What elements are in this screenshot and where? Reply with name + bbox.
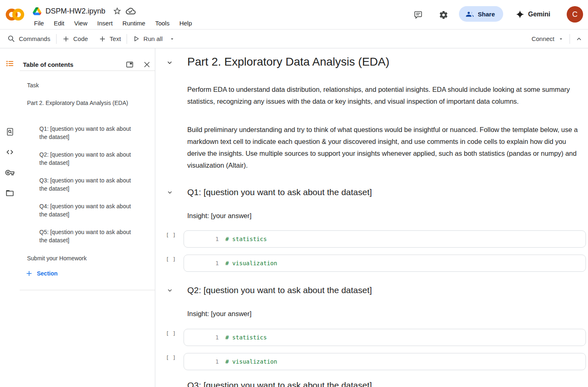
- line-number: 1: [208, 260, 219, 266]
- share-button[interactable]: Share: [459, 6, 503, 22]
- add-code-label: Code: [73, 35, 88, 42]
- cell-run-gutter[interactable]: [ ]: [166, 331, 176, 337]
- secrets-key-icon[interactable]: [5, 167, 15, 178]
- table-of-contents-icon[interactable]: [5, 58, 15, 69]
- account-avatar[interactable]: C: [567, 6, 583, 23]
- menu-bar: File Edit View Insert Runtime Tools Help: [33, 19, 197, 27]
- gemini-star-icon: [515, 10, 524, 19]
- colab-logo[interactable]: [6, 9, 25, 21]
- run-menu-dropdown[interactable]: [165, 34, 177, 43]
- menu-runtime[interactable]: Runtime: [118, 19, 150, 27]
- code-comment: # visualization: [225, 260, 277, 266]
- toc-item-submit[interactable]: Submit your Homework: [27, 254, 133, 262]
- insight-text: Insight: [your answer]: [187, 308, 584, 320]
- close-panel-icon[interactable]: [142, 59, 152, 69]
- commands-button[interactable]: Commands: [5, 33, 53, 44]
- code-cell-q1-visualization[interactable]: 1 # visualization: [184, 255, 586, 272]
- code-comment: # statistics: [225, 334, 267, 341]
- header: DSPM-HW2.ipynb File Edit View Insert Run…: [0, 0, 588, 30]
- share-button-label: Share: [478, 11, 495, 18]
- insight-text: Insight: [your answer]: [187, 210, 584, 222]
- menu-help[interactable]: Help: [175, 19, 197, 27]
- notebook-content: Part 2. Exploratory Data Analysis (EDA) …: [155, 48, 588, 387]
- toolbar-separator: [570, 34, 570, 44]
- colab-app: DSPM-HW2.ipynb File Edit View Insert Run…: [0, 0, 588, 387]
- toolbar-separator: [56, 34, 57, 44]
- collapse-header-button[interactable]: [573, 34, 585, 44]
- question-heading-q1: Q1: [question you want to ask about the …: [187, 187, 372, 198]
- code-comment: # statistics: [225, 236, 267, 242]
- run-all-button[interactable]: Run all: [130, 34, 165, 44]
- caret-up-icon: [576, 36, 582, 42]
- share-people-icon: [465, 10, 474, 18]
- question-heading-q2: Q2: [question you want to ask about the …: [187, 285, 372, 296]
- code-cell-q2-statistics[interactable]: 1 # statistics: [184, 329, 586, 346]
- line-number: 1: [208, 358, 219, 365]
- question-heading-q3-clipped: Q3: [question you want to ask about the …: [187, 380, 372, 387]
- toc-item-part2[interactable]: Part 2. Exploratory Data Analysis (EDA): [27, 99, 133, 107]
- divider: [20, 71, 155, 71]
- gemini-label: Gemini: [528, 11, 550, 18]
- plus-icon: [62, 35, 70, 43]
- code-cell-q1-statistics[interactable]: 1 # statistics: [184, 230, 586, 248]
- search-icon: [7, 35, 15, 43]
- line-number: 1: [208, 334, 219, 341]
- cell-run-gutter[interactable]: [ ]: [166, 355, 176, 361]
- collapse-section-icon[interactable]: [165, 58, 174, 67]
- divider: [20, 290, 155, 290]
- files-folder-icon[interactable]: [5, 188, 15, 198]
- notebook-toolbar: Commands Code Text Run all: [0, 30, 588, 48]
- add-text-button[interactable]: Text: [96, 34, 124, 44]
- arrow-drop-down-icon: [169, 36, 175, 42]
- run-all-label: Run all: [143, 35, 163, 42]
- left-icon-rail: [0, 48, 20, 387]
- commands-label: Commands: [19, 35, 50, 42]
- menu-view[interactable]: View: [69, 19, 92, 27]
- collapse-section-icon[interactable]: [165, 286, 174, 295]
- plus-icon: [25, 270, 33, 277]
- toc-item-q1[interactable]: Q1: [question you want to ask about the …: [39, 125, 134, 141]
- markdown-paragraph: Perform EDA to understand data distribut…: [187, 84, 584, 107]
- line-number: 1: [208, 236, 219, 242]
- settings-gear-icon[interactable]: [438, 10, 448, 20]
- cloud-saved-icon[interactable]: [126, 6, 136, 16]
- toc-item-q3[interactable]: Q3: [question you want to ask about the …: [39, 176, 134, 193]
- menu-insert[interactable]: Insert: [92, 19, 118, 27]
- connect-button[interactable]: Connect: [529, 34, 566, 44]
- cell-run-gutter[interactable]: [ ]: [166, 232, 176, 238]
- find-replace-icon[interactable]: [5, 126, 15, 137]
- add-code-button[interactable]: Code: [60, 34, 91, 44]
- colab-logo-right-ring: [12, 9, 24, 20]
- menu-tools[interactable]: Tools: [150, 19, 175, 27]
- toc-item-q5[interactable]: Q5: [question you want to ask about the …: [39, 228, 134, 244]
- star-icon[interactable]: [113, 7, 122, 16]
- arrow-drop-down-icon: [558, 36, 564, 42]
- gemini-button[interactable]: Gemini: [515, 10, 550, 19]
- collapse-section-icon[interactable]: [165, 188, 174, 197]
- code-snippets-icon[interactable]: [5, 147, 15, 157]
- toc-item-q4[interactable]: Q4: [question you want to ask about the …: [39, 202, 134, 219]
- avatar-initial: C: [572, 10, 578, 19]
- markdown-paragraph: Build preliminary understanding and try …: [187, 124, 584, 171]
- table-of-contents-panel: Table of contents Task Part 2. Explorato…: [20, 48, 155, 387]
- plus-icon: [99, 35, 106, 43]
- toc-item-q2[interactable]: Q2: [question you want to ask about the …: [39, 150, 134, 167]
- cell-run-gutter[interactable]: [ ]: [166, 257, 176, 262]
- connect-label: Connect: [531, 35, 554, 42]
- toc-item-task[interactable]: Task: [27, 81, 133, 89]
- play-outline-icon: [133, 35, 140, 42]
- code-cell-q2-visualization[interactable]: 1 # visualization: [184, 353, 586, 370]
- toc-panel-title: Table of contents: [23, 61, 73, 68]
- menu-file[interactable]: File: [33, 19, 49, 27]
- comments-icon[interactable]: [413, 10, 423, 20]
- toolbar-separator: [127, 34, 127, 44]
- code-comment: # visualization: [225, 358, 277, 365]
- open-panel-in-tab-icon[interactable]: [125, 59, 134, 69]
- menu-edit[interactable]: Edit: [49, 19, 69, 27]
- add-section-button[interactable]: Section: [25, 270, 58, 277]
- add-text-label: Text: [110, 35, 121, 42]
- section-heading-part2: Part 2. Exploratory Data Analysis (EDA): [187, 55, 389, 69]
- drive-icon: [33, 7, 41, 15]
- add-section-label: Section: [37, 270, 58, 277]
- notebook-title[interactable]: DSPM-HW2.ipynb: [45, 7, 105, 16]
